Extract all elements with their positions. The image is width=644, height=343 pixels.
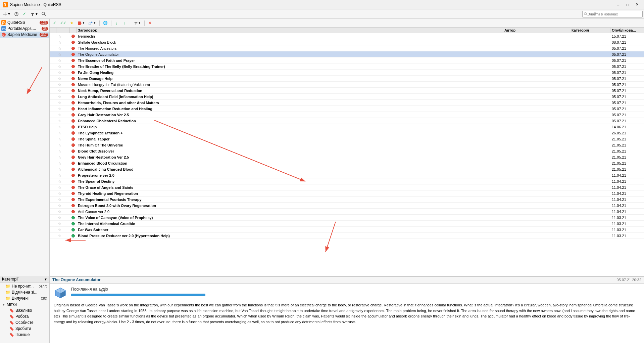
article-title[interactable]: The Spear of Destiny bbox=[77, 178, 503, 184]
table-row[interactable]: ☆ Neck Hump, Reversal and Reduction 05.0… bbox=[50, 88, 644, 94]
share-button[interactable]: ▼ bbox=[87, 20, 97, 27]
table-row[interactable]: ☆ Anti Cancer ver 2.0 11.04.21 bbox=[50, 209, 644, 215]
col-header-title[interactable]: Заголовок bbox=[77, 28, 503, 33]
star-icon[interactable]: ☆ bbox=[58, 46, 61, 51]
article-title[interactable]: Grey Hair Restoration Ver 2.5 bbox=[77, 112, 503, 118]
table-row[interactable]: ☆ The Spinal Tapper 21.05.21 bbox=[50, 136, 644, 142]
article-star-col[interactable]: ☆ bbox=[56, 100, 63, 106]
table-row[interactable]: ☆ Thyroid Healing and Regeneration 11.04… bbox=[50, 190, 644, 197]
table-row[interactable]: ☆ Alchemical Jing Charged Blood 21.05.21 bbox=[50, 166, 644, 172]
close-button[interactable]: ✕ bbox=[633, 1, 641, 8]
article-title[interactable]: Blood Clot Dissolver bbox=[77, 148, 503, 154]
search-box[interactable] bbox=[582, 11, 643, 17]
col-header-2[interactable] bbox=[56, 28, 63, 33]
article-star-col[interactable]: ☆ bbox=[56, 136, 63, 142]
star-icon[interactable]: ☆ bbox=[58, 198, 61, 202]
star-icon[interactable]: ☆ bbox=[58, 34, 61, 39]
article-title[interactable]: Ear Wax Softener bbox=[77, 227, 503, 233]
articles-panel[interactable]: Заголовок Автор Категорія Опублікова... … bbox=[50, 28, 644, 276]
mark-all-read-button[interactable]: ✓✓ bbox=[59, 20, 67, 27]
article-title[interactable]: Alchemical Jing Charged Blood bbox=[77, 166, 503, 172]
article-title[interactable]: Heart Inflammation Reduction and Healing bbox=[77, 106, 503, 112]
table-row[interactable]: ☆ PTSD Help 14.06.21 bbox=[50, 124, 644, 130]
star-icon[interactable]: ☆ bbox=[58, 234, 61, 238]
table-row[interactable]: ☆ The Spear of Destiny 11.04.21 bbox=[50, 178, 644, 184]
col-header-author[interactable]: Автор bbox=[503, 28, 570, 33]
article-star-col[interactable]: ☆ bbox=[56, 63, 63, 70]
article-title[interactable]: The Hum Of The Universe bbox=[77, 142, 503, 148]
article-star-col[interactable]: ☆ bbox=[56, 178, 63, 184]
table-row[interactable]: ☆ Hemorrhoids, Fissures and other Anal M… bbox=[50, 100, 644, 106]
article-star-col[interactable]: ☆ bbox=[56, 142, 63, 148]
star-icon[interactable]: ☆ bbox=[58, 210, 61, 214]
article-star-col[interactable]: ☆ bbox=[56, 33, 63, 39]
article-star-col[interactable]: ☆ bbox=[56, 172, 63, 178]
star-icon[interactable]: ☆ bbox=[58, 222, 61, 226]
star-icon[interactable]: ☆ bbox=[58, 101, 61, 105]
table-row[interactable]: ☆ Fa Jin Gong Healing 05.07.21 bbox=[50, 70, 644, 76]
col-header-1[interactable] bbox=[50, 28, 56, 33]
table-row[interactable]: ☆ The Voice of Gamayun (Voice of Prophec… bbox=[50, 215, 644, 221]
article-star-col[interactable]: ☆ bbox=[56, 221, 63, 227]
table-row[interactable]: ☆ Muscles Hungry for Fat (featuring Vakk… bbox=[50, 82, 644, 88]
table-row[interactable]: ☆ Enhanced Blood Circulation 21.05.21 bbox=[50, 160, 644, 166]
star-icon[interactable]: ☆ bbox=[58, 71, 61, 75]
table-row[interactable]: ☆ The Internal Alchemical Crucible 11.03… bbox=[50, 221, 644, 227]
table-row[interactable]: ☆ Lung Antioxidant Field (Inflammation H… bbox=[50, 94, 644, 100]
cat-item-deleted[interactable]: 📁 Вилучені (30) bbox=[0, 295, 49, 301]
article-title[interactable]: Nerve Damage Help bbox=[77, 76, 503, 82]
star-icon[interactable]: ☆ bbox=[58, 119, 61, 123]
table-row[interactable]: ☆ Progesterone ver 2.0 11.04.21 bbox=[50, 172, 644, 178]
article-star-col[interactable]: ☆ bbox=[56, 215, 63, 221]
article-star-col[interactable]: ☆ bbox=[56, 76, 63, 82]
table-row[interactable]: ☆ Ear Wax Softener 11.03.21 bbox=[50, 227, 644, 233]
star-icon[interactable]: ☆ bbox=[58, 149, 61, 154]
article-star-col[interactable]: ☆ bbox=[56, 166, 63, 172]
table-row[interactable]: ☆ Nerve Damage Help 05.07.21 bbox=[50, 76, 644, 82]
article-title[interactable]: Lung Antioxidant Field (Inflammation Hel… bbox=[77, 94, 503, 100]
filter-button[interactable]: ▼ bbox=[29, 10, 40, 18]
table-row[interactable]: ☆ The Hum Of The Universe 21.05.21 bbox=[50, 142, 644, 148]
article-star-col[interactable]: ☆ bbox=[56, 190, 63, 197]
article-star-col[interactable]: ☆ bbox=[56, 227, 63, 233]
article-title[interactable]: Enhanced Blood Circulation bbox=[77, 160, 503, 166]
star-icon[interactable]: ☆ bbox=[58, 179, 61, 184]
article-title[interactable]: Grey Hair Restoration Ver 2.5 bbox=[77, 154, 503, 160]
article-star-col[interactable]: ☆ bbox=[56, 39, 63, 45]
star-button[interactable]: ★ bbox=[68, 20, 75, 27]
star-icon[interactable]: ☆ bbox=[58, 191, 61, 196]
article-title[interactable]: The Grace of Angels and Saints bbox=[77, 184, 503, 190]
mark-read-button[interactable]: ✓ bbox=[51, 20, 58, 27]
star-icon[interactable]: ☆ bbox=[58, 173, 61, 178]
article-title[interactable]: The Honored Ancestors bbox=[77, 45, 503, 51]
article-title[interactable]: Blood Pressure Reducer ver 2.0 (Hyperten… bbox=[77, 233, 503, 239]
article-title[interactable]: The Essence of Faith and Prayer bbox=[77, 57, 503, 63]
col-header-4[interactable] bbox=[70, 28, 77, 33]
star-icon[interactable]: ☆ bbox=[58, 95, 61, 99]
star-icon[interactable]: ☆ bbox=[58, 137, 61, 141]
col-header-last[interactable] bbox=[637, 28, 644, 33]
article-star-col[interactable]: ☆ bbox=[56, 124, 63, 130]
cat-item-later[interactable]: 🔖 Пізніше bbox=[0, 332, 49, 338]
table-row[interactable]: ☆ Heart Inflammation Reduction and Heali… bbox=[50, 106, 644, 112]
article-star-col[interactable]: ☆ bbox=[56, 94, 63, 100]
categories-dropdown-btn[interactable]: ▼ bbox=[44, 277, 47, 281]
article-star-col[interactable]: ☆ bbox=[56, 209, 63, 215]
article-star-col[interactable]: ☆ bbox=[56, 160, 63, 166]
table-row[interactable]: ☆ Ivermectin 15.07.21 bbox=[50, 33, 644, 39]
star-icon[interactable]: ☆ bbox=[58, 40, 61, 45]
table-row[interactable]: ☆ Blood Clot Dissolver 21.05.21 bbox=[50, 148, 644, 154]
article-star-col[interactable]: ☆ bbox=[56, 154, 63, 160]
article-star-col[interactable]: ☆ bbox=[56, 106, 63, 112]
article-star-col[interactable]: ☆ bbox=[56, 148, 63, 154]
star-icon[interactable]: ☆ bbox=[58, 167, 61, 172]
article-title[interactable]: The Breathe of The Belly (Belly Breathin… bbox=[77, 63, 503, 70]
article-star-col[interactable]: ☆ bbox=[56, 57, 63, 63]
cat-item-personal[interactable]: 🔖 Особисте bbox=[0, 319, 49, 326]
article-title[interactable]: The Voice of Gamayun (Voice of Prophecy) bbox=[77, 215, 503, 221]
table-row[interactable]: ☆ The Lymphatic Effusion + 26.05.21 bbox=[50, 130, 644, 136]
article-title[interactable]: The Internal Alchemical Crucible bbox=[77, 221, 503, 227]
article-star-col[interactable]: ☆ bbox=[56, 233, 63, 239]
star-icon[interactable]: ☆ bbox=[58, 89, 61, 93]
next-button[interactable]: ↓ bbox=[113, 20, 120, 27]
